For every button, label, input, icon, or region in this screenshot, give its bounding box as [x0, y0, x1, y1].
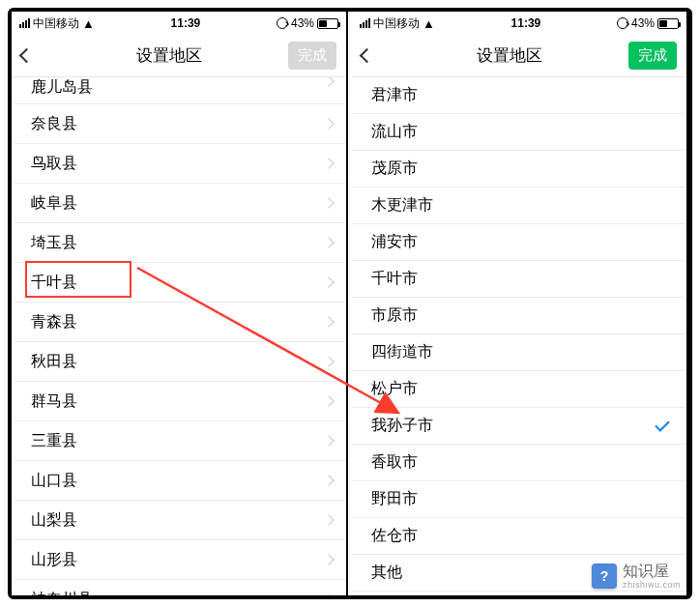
list-item[interactable]: 千叶县 [12, 263, 346, 303]
list-item-label: 埼玉县 [31, 233, 77, 253]
list-item[interactable]: 市原市 [352, 298, 686, 334]
list-item[interactable]: 四街道市 [352, 334, 686, 371]
list-item[interactable]: 埼玉县 [12, 223, 346, 263]
chevron-right-icon [323, 197, 334, 208]
list-item[interactable]: 千叶市 [352, 261, 686, 298]
carrier-label: 中国移动 [33, 15, 79, 32]
watermark-url: zhishiwu.com [623, 580, 681, 590]
chevron-left-icon [19, 48, 35, 64]
list-item[interactable]: 鸟取县 [12, 144, 346, 184]
chevron-right-icon [323, 276, 334, 287]
list-item[interactable]: 三重县 [12, 421, 346, 461]
sync-icon [277, 17, 288, 29]
list-item[interactable]: 浦安市 [352, 224, 686, 261]
list-item-label: 群马县 [31, 391, 77, 412]
chevron-right-icon [323, 435, 334, 446]
page-title: 设置地区 [477, 44, 542, 67]
list-item[interactable]: 青森县 [12, 303, 346, 342]
list-item-label: 山口县 [31, 471, 77, 491]
nav-bar: 设置地区 完成 [12, 35, 346, 77]
region-list[interactable]: 鹿儿岛县奈良县鸟取县岐阜县埼玉县千叶县青森县秋田县群马县三重县山口县山梨县山形县… [12, 77, 346, 595]
chevron-right-icon [323, 158, 334, 168]
list-item-label: 山梨县 [31, 510, 77, 531]
list-item-label: 奈良县 [31, 114, 77, 134]
chevron-right-icon [323, 356, 334, 366]
list-item[interactable]: 流山市 [352, 114, 686, 151]
list-item-label: 四街道市 [371, 342, 433, 362]
chevron-right-icon [323, 593, 334, 595]
watermark-logo-icon: ? [592, 564, 617, 589]
chevron-right-icon [323, 395, 334, 406]
battery-icon [317, 18, 338, 29]
battery-percent: 43% [631, 16, 655, 30]
list-item-label: 鸟取县 [31, 154, 77, 174]
list-item[interactable]: 岐阜县 [12, 184, 346, 223]
clock: 11:39 [511, 16, 541, 30]
list-item[interactable]: 群马县 [12, 382, 346, 421]
status-bar: 中国移动 ▲︎ 11:39 43% [12, 12, 346, 35]
city-list[interactable]: 君津市流山市茂原市木更津市浦安市千叶市市原市四街道市松户市我孙子市香取市野田市佐… [352, 77, 686, 595]
done-button[interactable]: 完成 [628, 42, 677, 70]
list-item-label: 千叶县 [31, 273, 77, 293]
list-item-label: 佐仓市 [371, 526, 418, 546]
list-item-label: 流山市 [371, 122, 418, 142]
list-item[interactable]: 我孙子市 [352, 408, 686, 445]
list-item-label: 其他 [371, 563, 402, 583]
list-item-label: 香取市 [371, 452, 418, 473]
list-item-label: 千叶市 [371, 269, 418, 289]
signal-icon [19, 18, 30, 28]
list-item-label: 茂原市 [371, 159, 418, 179]
list-item-label: 市原市 [371, 305, 418, 326]
back-button[interactable] [362, 50, 391, 61]
check-icon [655, 417, 670, 432]
list-item[interactable]: 木更津市 [352, 188, 686, 224]
list-item-label: 野田市 [371, 489, 418, 509]
sync-icon [617, 17, 628, 29]
list-item[interactable]: 奈良县 [12, 104, 346, 144]
list-item[interactable]: 山形县 [12, 540, 346, 580]
phone-left: 中国移动 ▲︎ 11:39 43% 设置地区 完成 鹿儿岛县奈良县鸟取县岐阜县埼… [12, 12, 348, 595]
watermark: ? 知识屋 zhishiwu.com [592, 562, 681, 590]
list-item[interactable]: 鹿儿岛县 [12, 77, 346, 104]
list-item-label: 君津市 [371, 85, 418, 105]
phone-right: 中国移动 ▲︎ 11:39 43% 设置地区 完成 君津市流山市茂原市木更津市浦… [352, 12, 688, 595]
chevron-right-icon [323, 514, 334, 525]
list-item-label: 鹿儿岛县 [31, 77, 93, 98]
comparison-wrapper: 中国移动 ▲︎ 11:39 43% 设置地区 完成 鹿儿岛县奈良县鸟取县岐阜县埼… [8, 8, 692, 599]
battery-icon [657, 18, 679, 29]
chevron-right-icon [323, 316, 334, 327]
battery-percent: 43% [291, 16, 314, 30]
wifi-icon: ▲︎ [82, 16, 95, 31]
back-button[interactable] [21, 50, 50, 61]
list-item[interactable]: 野田市 [352, 481, 686, 518]
list-item-label: 山形县 [31, 550, 77, 570]
list-item-label: 青森县 [31, 312, 77, 332]
list-item-label: 神奈川县 [31, 590, 93, 596]
list-item-label: 我孙子市 [371, 416, 433, 436]
list-item-label: 秋田县 [31, 352, 77, 372]
list-item-label: 木更津市 [371, 195, 433, 216]
chevron-left-icon [360, 48, 375, 64]
list-item-label: 三重县 [31, 431, 77, 451]
chevron-right-icon [323, 77, 334, 87]
list-item-label: 浦安市 [371, 232, 418, 252]
list-item-label: 松户市 [371, 379, 418, 399]
list-item[interactable]: 神奈川县 [12, 580, 346, 595]
list-item[interactable]: 君津市 [352, 77, 686, 114]
chevron-right-icon [323, 554, 334, 564]
list-item-label: 岐阜县 [31, 193, 77, 214]
nav-bar: 设置地区 完成 [352, 35, 686, 77]
chevron-right-icon [323, 475, 334, 485]
list-item[interactable]: 茂原市 [352, 151, 686, 188]
list-item[interactable]: 佐仓市 [352, 518, 686, 555]
page-title: 设置地区 [136, 44, 202, 67]
list-item[interactable]: 山口县 [12, 461, 346, 501]
chevron-right-icon [323, 237, 334, 247]
list-item[interactable]: 秋田县 [12, 342, 346, 382]
list-item[interactable]: 松户市 [352, 371, 686, 408]
list-item[interactable]: 山梨县 [12, 501, 346, 540]
clock: 11:39 [171, 16, 201, 30]
wifi-icon: ▲︎ [423, 16, 435, 31]
done-button[interactable]: 完成 [288, 42, 336, 70]
list-item[interactable]: 香取市 [352, 445, 686, 481]
